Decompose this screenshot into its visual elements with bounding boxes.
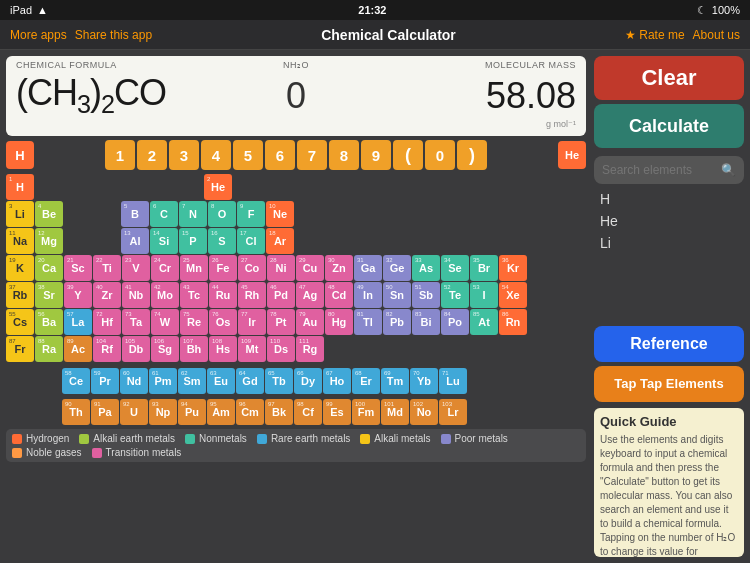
element-Si[interactable]: 14Si [150, 228, 178, 254]
element-Li[interactable]: 3Li [6, 201, 34, 227]
element-Am[interactable]: 95Am [207, 399, 235, 425]
element-Bk[interactable]: 97Bk [265, 399, 293, 425]
nh2o-value[interactable]: 0 [286, 75, 306, 117]
element-Y[interactable]: 39Y [64, 282, 92, 308]
element-Br[interactable]: 35Br [470, 255, 498, 281]
element-Ru[interactable]: 44Ru [209, 282, 237, 308]
element-Cu[interactable]: 29Cu [296, 255, 324, 281]
element-Gd[interactable]: 64Gd [236, 368, 264, 394]
element-Os[interactable]: 76Os [209, 309, 237, 335]
element-Ar[interactable]: 18Ar [266, 228, 294, 254]
element-At[interactable]: 85At [470, 309, 498, 335]
element-Ac[interactable]: 89Ac [64, 336, 92, 362]
element-Cd[interactable]: 48Cd [325, 282, 353, 308]
element-Ir[interactable]: 77Ir [238, 309, 266, 335]
key-He[interactable]: He [558, 141, 586, 169]
key-num-0[interactable]: 0 [425, 140, 455, 170]
element-F[interactable]: 9F [237, 201, 265, 227]
key-num-)[interactable]: ) [457, 140, 487, 170]
element-Zr[interactable]: 40Zr [93, 282, 121, 308]
element-U[interactable]: 92U [120, 399, 148, 425]
element-Te[interactable]: 52Te [441, 282, 469, 308]
element-In[interactable]: 49In [354, 282, 382, 308]
key-num-6[interactable]: 6 [265, 140, 295, 170]
element-Fe[interactable]: 26Fe [209, 255, 237, 281]
element-Eu[interactable]: 63Eu [207, 368, 235, 394]
key-num-1[interactable]: 1 [105, 140, 135, 170]
element-Rg[interactable]: 111Rg [296, 336, 324, 362]
element-Bi[interactable]: 83Bi [412, 309, 440, 335]
element-Rf[interactable]: 104Rf [93, 336, 121, 362]
element-Hf[interactable]: 72Hf [93, 309, 121, 335]
element-P[interactable]: 15P [179, 228, 207, 254]
element-Be[interactable]: 4Be [35, 201, 63, 227]
element-Al[interactable]: 13Al [121, 228, 149, 254]
element-N[interactable]: 7N [179, 201, 207, 227]
element-Pm[interactable]: 61Pm [149, 368, 177, 394]
element-Cr[interactable]: 24Cr [151, 255, 179, 281]
about-link[interactable]: About us [693, 28, 740, 42]
element-He[interactable]: 2He [204, 174, 232, 200]
element-Ti[interactable]: 22Ti [93, 255, 121, 281]
key-num-([interactable]: ( [393, 140, 423, 170]
element-Np[interactable]: 93Np [149, 399, 177, 425]
key-num-9[interactable]: 9 [361, 140, 391, 170]
element-Nb[interactable]: 41Nb [122, 282, 150, 308]
element-Pu[interactable]: 94Pu [178, 399, 206, 425]
element-Ta[interactable]: 73Ta [122, 309, 150, 335]
element-Tc[interactable]: 43Tc [180, 282, 208, 308]
element-O[interactable]: 8O [208, 201, 236, 227]
element-Ho[interactable]: 67Ho [323, 368, 351, 394]
key-num-4[interactable]: 4 [201, 140, 231, 170]
element-Pr[interactable]: 59Pr [91, 368, 119, 394]
element-H[interactable]: 1H [6, 174, 34, 200]
element-Au[interactable]: 79Au [296, 309, 324, 335]
element-Se[interactable]: 34Se [441, 255, 469, 281]
element-Kr[interactable]: 36Kr [499, 255, 527, 281]
key-num-5[interactable]: 5 [233, 140, 263, 170]
calculate-button[interactable]: Calculate [594, 104, 744, 148]
element-I[interactable]: 53I [470, 282, 498, 308]
element-Ne[interactable]: 10Ne [266, 201, 294, 227]
share-app-link[interactable]: Share this app [75, 28, 152, 42]
element-Mt[interactable]: 109Mt [238, 336, 266, 362]
element-Es[interactable]: 99Es [323, 399, 351, 425]
element-Dy[interactable]: 66Dy [294, 368, 322, 394]
element-Cs[interactable]: 55Cs [6, 309, 34, 335]
element-list-item-He[interactable]: He [594, 210, 744, 232]
element-Ra[interactable]: 88Ra [35, 336, 63, 362]
element-Ni[interactable]: 28Ni [267, 255, 295, 281]
nav-right[interactable]: ★ Rate me About us [625, 28, 740, 42]
rate-me-link[interactable]: ★ Rate me [625, 28, 685, 42]
element-V[interactable]: 23V [122, 255, 150, 281]
element-Hs[interactable]: 108Hs [209, 336, 237, 362]
reference-button[interactable]: Reference [594, 326, 744, 362]
element-Nd[interactable]: 60Nd [120, 368, 148, 394]
element-Re[interactable]: 75Re [180, 309, 208, 335]
key-num-2[interactable]: 2 [137, 140, 167, 170]
element-Pb[interactable]: 82Pb [383, 309, 411, 335]
element-Ba[interactable]: 56Ba [35, 309, 63, 335]
taptap-button[interactable]: Tap Tap Elements [594, 366, 744, 402]
element-Bh[interactable]: 107Bh [180, 336, 208, 362]
key-H[interactable]: H [6, 141, 34, 169]
element-La[interactable]: 57La [64, 309, 92, 335]
element-Sr[interactable]: 38Sr [35, 282, 63, 308]
element-Mg[interactable]: 12Mg [35, 228, 63, 254]
element-Sc[interactable]: 21Sc [64, 255, 92, 281]
element-K[interactable]: 19K [6, 255, 34, 281]
element-Sm[interactable]: 62Sm [178, 368, 206, 394]
element-Po[interactable]: 84Po [441, 309, 469, 335]
element-Lu[interactable]: 71Lu [439, 368, 467, 394]
search-box[interactable]: 🔍 [594, 156, 744, 184]
nav-left[interactable]: More apps Share this app [10, 28, 152, 42]
element-Mn[interactable]: 25Mn [180, 255, 208, 281]
element-Rn[interactable]: 86Rn [499, 309, 527, 335]
element-Ds[interactable]: 110Ds [267, 336, 295, 362]
search-input[interactable] [602, 163, 717, 177]
element-C[interactable]: 6C [150, 201, 178, 227]
element-Tb[interactable]: 65Tb [265, 368, 293, 394]
element-Er[interactable]: 68Er [352, 368, 380, 394]
element-Ce[interactable]: 58Ce [62, 368, 90, 394]
element-Sb[interactable]: 51Sb [412, 282, 440, 308]
